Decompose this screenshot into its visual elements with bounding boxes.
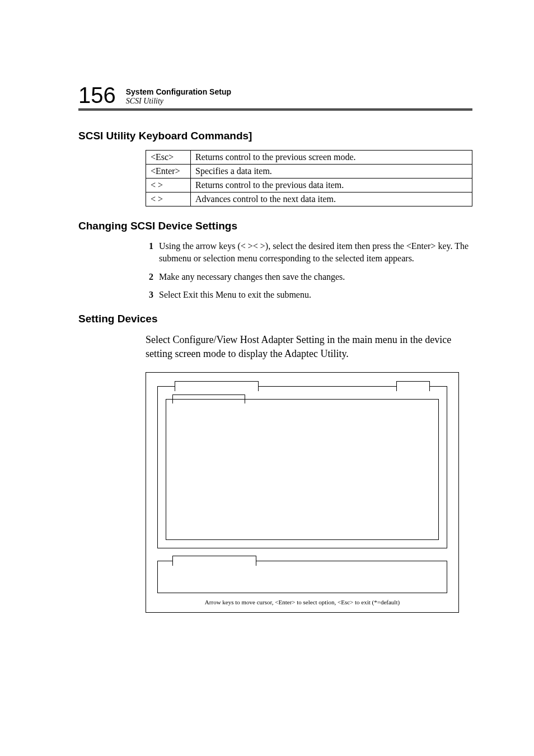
steps-block: 1Using the arrow keys (< >< >), select t… [78, 240, 472, 302]
table-row: <Esc> Returns control to the previous sc… [146, 151, 472, 165]
adaptec-utility-diagram: Arrow keys to move cursor, <Enter> to se… [146, 372, 459, 613]
diagram-inner-panel-1 [157, 386, 447, 548]
diagram-tab [175, 381, 259, 391]
desc-cell: Advances control to the next data item. [191, 192, 472, 206]
page-number: 156 [78, 84, 116, 106]
list-item: 2Make any necessary changes then save th… [146, 271, 472, 283]
header-divider [78, 109, 472, 111]
step-number: 2 [146, 271, 153, 283]
key-cell: <Enter> [146, 165, 191, 179]
section-heading-setting-devices: Setting Devices [78, 313, 472, 325]
page-header: 156 System Configuration Setup SCSI Util… [78, 84, 472, 106]
section-heading-changing-settings: Changing SCSI Device Settings [78, 220, 472, 232]
desc-cell: Returns control to the previous data ite… [191, 179, 472, 192]
step-text: Make any necessary changes then save the… [159, 271, 345, 283]
keyboard-commands-table-wrap: <Esc> Returns control to the previous sc… [78, 150, 472, 206]
header-text-block: System Configuration Setup SCSI Utility [126, 87, 231, 106]
steps-list: 1Using the arrow keys (< >< >), select t… [146, 240, 472, 302]
step-number: 1 [146, 240, 153, 265]
setting-devices-body: Select Configure/View Host Adapter Setti… [78, 333, 472, 361]
section-heading-scsi-keyboard: SCSI Utility Keyboard Commands] [78, 130, 472, 142]
list-item: 1Using the arrow keys (< >< >), select t… [146, 240, 472, 265]
setting-devices-paragraph: Select Configure/View Host Adapter Setti… [146, 333, 472, 361]
diagram-caption: Arrow keys to move cursor, <Enter> to se… [157, 599, 447, 605]
table-row: <Enter> Specifies a data item. [146, 165, 472, 179]
list-item: 3Select Exit this Menu to exit the subme… [146, 289, 472, 301]
key-cell: < > [146, 192, 191, 206]
diagram-tab [172, 556, 256, 566]
table-row: < > Advances control to the next data it… [146, 192, 472, 206]
header-title: System Configuration Setup [126, 87, 231, 97]
diagram-tab [396, 381, 430, 391]
diagram-inner-box [166, 399, 439, 540]
step-number: 3 [146, 289, 153, 301]
keyboard-commands-table: <Esc> Returns control to the previous sc… [146, 150, 472, 206]
table-row: < > Returns control to the previous data… [146, 179, 472, 192]
step-text: Using the arrow keys (< >< >), select th… [159, 240, 472, 265]
diagram-inner-panel-2 [157, 561, 447, 593]
key-cell: < > [146, 179, 191, 192]
desc-cell: Specifies a data item. [191, 165, 472, 179]
desc-cell: Returns control to the previous screen m… [191, 151, 472, 165]
step-text: Select Exit this Menu to exit the submen… [159, 289, 311, 301]
header-subtitle: SCSI Utility [126, 97, 231, 106]
key-cell: <Esc> [146, 151, 191, 165]
